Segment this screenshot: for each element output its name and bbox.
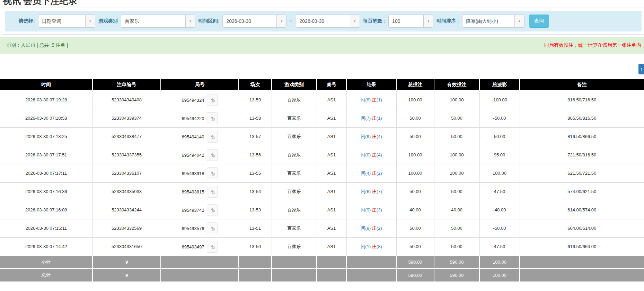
cell-table-no: AS1: [317, 109, 346, 127]
cell-total-bet[interactable]: 50.00: [396, 237, 434, 256]
table-row: 2026-03-30 07:17:51523304337355695494042…: [0, 146, 644, 164]
result-player: 闲(1): [361, 244, 371, 249]
cell-total-bet[interactable]: 100.00: [396, 164, 434, 182]
scroll-top-button[interactable]: ↑: [638, 64, 644, 74]
cell-total-bet[interactable]: 100.00: [396, 91, 434, 109]
cell-time: 2026-03-30 07:16:08: [0, 201, 92, 219]
cell-game: 百家乐: [272, 127, 317, 146]
date-range-label: 时间区间:: [199, 18, 220, 24]
video-replay-button[interactable]: [207, 112, 218, 124]
query-type-select[interactable]: 日期查询 ▼: [38, 15, 95, 28]
cell-remark: 866.50/816.50: [520, 109, 644, 127]
cell-result: 闲(4) 庄(2): [346, 164, 396, 182]
cell-remark: 664.00/614.00: [520, 219, 644, 237]
cell-game: 百家乐: [272, 164, 317, 182]
cell-payout: -50.00: [479, 219, 520, 237]
page-size-select[interactable]: 100 ▼: [388, 15, 433, 28]
chevron-down-icon[interactable]: ▼: [276, 15, 286, 27]
chevron-down-icon[interactable]: ▼: [350, 15, 360, 27]
cell-payout: -50.00: [479, 109, 520, 127]
footer-empty-table: [317, 256, 346, 269]
cell-round: 695494220: [161, 109, 239, 127]
video-replay-button[interactable]: [207, 167, 218, 179]
video-film-icon: [209, 152, 215, 158]
table-row: 2026-03-30 07:16:36523304335033695493815…: [0, 182, 644, 201]
table-row: 2026-03-30 07:18:25523304338477695494140…: [0, 127, 644, 146]
summary-bar: 币别：人民币 | 总共 :9 注单 | 同局有效投注，统一计算在该局第一张注单内: [0, 37, 644, 54]
filter-bar: 请选择: 日期查询 ▼ 游戏类别 百家乐 ▼ 时间区间: 2026-03-30 …: [5, 11, 642, 31]
video-replay-button[interactable]: [207, 149, 218, 161]
video-replay-button[interactable]: [207, 131, 218, 143]
cell-table-no: AS1: [317, 219, 346, 237]
date-from-value: 2026-03-30: [223, 15, 276, 27]
video-replay-button[interactable]: [207, 186, 218, 198]
summary-currency-count: 币别：人民币 | 总共 :9 注单 |: [6, 42, 68, 48]
cell-total-bet[interactable]: 50.00: [396, 219, 434, 237]
chevron-down-icon[interactable]: ▼: [423, 15, 433, 27]
column-header: 桌号: [317, 79, 346, 91]
cell-bet-id: 523304335033: [92, 182, 161, 201]
cell-valid-bet: 50.00: [434, 237, 479, 256]
footer-count: 9: [92, 256, 161, 269]
footer-empty-round: [161, 256, 239, 269]
video-film-icon: [209, 97, 215, 103]
game-type-value: 百家乐: [121, 15, 185, 27]
video-replay-button[interactable]: [207, 204, 218, 216]
column-header: 游戏类别: [272, 79, 317, 91]
result-banker: 庄: [372, 134, 377, 139]
date-from-select[interactable]: 2026-03-30 ▼: [222, 15, 286, 28]
footer-valid-bet: 590.00: [434, 269, 479, 281]
cell-total-bet[interactable]: 100.00: [396, 146, 434, 164]
chevron-down-icon[interactable]: ▼: [85, 15, 95, 27]
game-type-select[interactable]: 百家乐 ▼: [121, 15, 195, 28]
cell-time: 2026-03-30 07:18:25: [0, 127, 92, 146]
cell-payout: 95.00: [479, 146, 520, 164]
cell-round: 695494140: [161, 127, 239, 146]
cell-valid-bet: 100.00: [434, 146, 479, 164]
page-size-label: 每页笔数 :: [363, 18, 386, 24]
cell-bet-id: 523304332569: [92, 219, 161, 237]
column-header: 局号: [161, 79, 239, 91]
result-banker-score: (1): [377, 116, 382, 121]
footer-label: 总计: [0, 269, 92, 281]
cell-total-bet[interactable]: 40.00: [396, 201, 434, 219]
time-sort-select[interactable]: 降幂(由大到小) ▼: [462, 15, 524, 28]
cell-valid-bet: 50.00: [434, 182, 479, 201]
video-replay-button[interactable]: [207, 94, 218, 106]
result-banker: 庄: [372, 116, 377, 121]
cell-total-bet[interactable]: 50.00: [396, 109, 434, 127]
cell-remark: 574.00/621.50: [520, 182, 644, 201]
cell-result: 闲(9) 庄(4): [346, 127, 396, 146]
cell-total-bet[interactable]: 50.00: [396, 182, 434, 201]
round-number: 695493918: [182, 171, 204, 176]
video-film-icon: [209, 243, 215, 250]
column-header: 结果: [346, 79, 396, 91]
result-banker: 庄: [372, 171, 377, 176]
cell-total-bet[interactable]: 50.00: [396, 127, 434, 146]
column-header: 注单编号: [92, 79, 161, 91]
chevron-down-icon[interactable]: ▼: [514, 15, 524, 27]
video-replay-button[interactable]: [207, 241, 218, 253]
cell-valid-bet: 50.00: [434, 109, 479, 127]
round-number: 695493742: [182, 207, 204, 212]
page-title: 视讯 会员下注纪录: [3, 0, 77, 7]
chevron-down-icon[interactable]: ▼: [185, 15, 195, 27]
game-type-label: 游戏类别: [98, 18, 118, 24]
column-header: 场次: [239, 79, 272, 91]
cell-session: 13-56: [239, 146, 272, 164]
cell-game: 百家乐: [272, 237, 317, 256]
cell-remark: 816.50/866.50: [520, 127, 644, 146]
page-size-value: 100: [389, 15, 423, 27]
video-replay-button[interactable]: [207, 222, 218, 234]
table-row: 2026-03-30 07:14:42523304331650695493497…: [0, 237, 644, 256]
cell-table-no: AS1: [317, 201, 346, 219]
column-header: 有效投注: [434, 79, 479, 91]
result-banker-score: (4): [377, 134, 382, 139]
table-row: 2026-03-30 07:17:11523304336107695493918…: [0, 164, 644, 182]
column-header: 总投注: [396, 79, 434, 91]
cell-valid-bet: 100.00: [434, 91, 479, 109]
summary-notice: 同局有效投注，统一计算在该局第一张注单内: [544, 42, 641, 48]
date-to-select[interactable]: 2026-03-30 ▼: [296, 15, 360, 28]
search-button[interactable]: 查询: [529, 15, 549, 28]
footer-empty-remark: [520, 256, 644, 269]
